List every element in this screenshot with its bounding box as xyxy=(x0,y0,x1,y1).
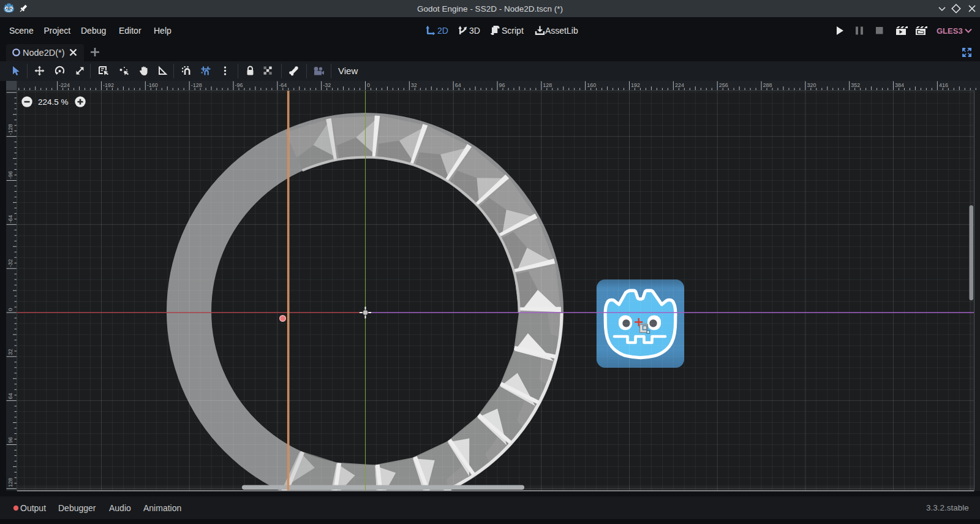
svg-text:96: 96 xyxy=(499,82,505,88)
svg-text:-224: -224 xyxy=(59,82,70,88)
svg-text:-96: -96 xyxy=(235,82,243,88)
svg-text:-32: -32 xyxy=(323,82,331,88)
svg-text:224: 224 xyxy=(675,82,684,88)
svg-text:320: 320 xyxy=(807,82,816,88)
svg-text:0: 0 xyxy=(7,308,13,311)
svg-text:384: 384 xyxy=(895,82,904,88)
svg-text:-64: -64 xyxy=(279,82,287,88)
svg-text:352: 352 xyxy=(851,82,860,88)
svg-text:256: 256 xyxy=(719,82,728,88)
svg-text:-32: -32 xyxy=(7,259,13,267)
svg-text:224.5 %: 224.5 % xyxy=(38,97,69,107)
svg-text:32: 32 xyxy=(7,349,13,355)
svg-text:-192: -192 xyxy=(103,82,114,88)
svg-text:128: 128 xyxy=(7,478,13,487)
svg-text:-64: -64 xyxy=(7,215,13,223)
svg-text:128: 128 xyxy=(543,82,552,88)
svg-text:0: 0 xyxy=(367,82,370,88)
svg-text:-128: -128 xyxy=(191,82,202,88)
svg-text:-128: -128 xyxy=(7,124,13,135)
svg-text:64: 64 xyxy=(7,393,13,399)
svg-text:192: 192 xyxy=(631,82,640,88)
svg-text:-96: -96 xyxy=(7,171,13,179)
svg-text:-160: -160 xyxy=(147,82,158,88)
svg-text:96: 96 xyxy=(7,437,13,443)
svg-text:64: 64 xyxy=(455,82,461,88)
svg-text:416: 416 xyxy=(939,82,948,88)
svg-text:32: 32 xyxy=(411,82,417,88)
svg-text:160: 160 xyxy=(587,82,596,88)
svg-text:288: 288 xyxy=(763,82,772,88)
